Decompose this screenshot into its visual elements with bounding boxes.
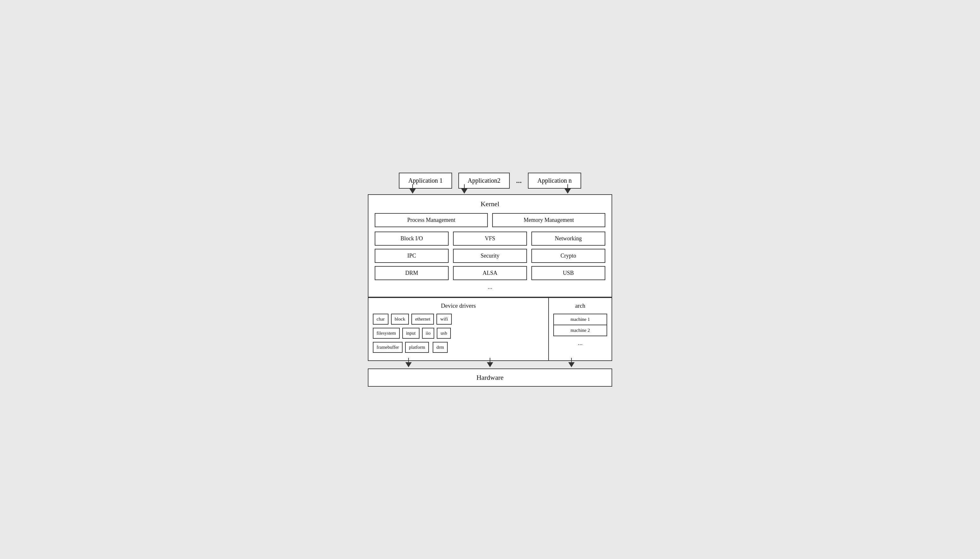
drm-box: DRM: [375, 266, 449, 280]
applications-row: Application 1 Application2 ... Applicati…: [399, 173, 581, 189]
kernel-row-3: IPC Security Crypto: [375, 249, 605, 263]
application-1-box: Application 1: [399, 173, 452, 189]
machine-2-label: machine 2: [570, 328, 590, 333]
hardware-box: Hardware: [368, 369, 612, 387]
drm-stack: drm: [431, 342, 448, 353]
crypto-label: Crypto: [560, 253, 576, 259]
block-io-box: Block I/O: [375, 232, 449, 246]
application-1-label: Application 1: [408, 177, 442, 184]
ethernet-box: ethernet: [412, 314, 434, 325]
arrow-center-down: [487, 362, 493, 367]
application-2-label: Application2: [468, 177, 500, 184]
kernel-dots: ...: [375, 283, 605, 291]
block-box: block: [391, 314, 409, 325]
dd-row-2: filesystem input iio usb: [373, 328, 544, 339]
arrow-right-down: [568, 362, 575, 367]
networking-label: Networking: [555, 235, 582, 241]
block-io-label: Block I/O: [400, 235, 423, 241]
security-label: Security: [481, 253, 499, 259]
input-box: input: [402, 328, 420, 339]
process-management-label: Process Management: [407, 217, 455, 223]
vfs-label: VFS: [485, 235, 495, 241]
kernel-row-1: Process Management Memory Management: [375, 213, 605, 227]
top-arrows: [368, 189, 612, 194]
apps-dots: ...: [516, 176, 522, 185]
machine-1-label: machine 1: [570, 317, 590, 322]
hardware-label: Hardware: [476, 374, 504, 381]
application-2-box: Application2: [458, 173, 510, 189]
security-box: Security: [453, 249, 527, 263]
usb-driver-box: usb: [437, 328, 451, 339]
arch-stack: machine 1 machine 2: [553, 314, 607, 336]
kernel-row-2: Block I/O VFS Networking: [375, 232, 605, 246]
process-management-box: Process Management: [375, 213, 488, 227]
drm-driver-box: drm: [433, 342, 448, 353]
vfs-box: VFS: [453, 232, 527, 246]
drm-label: DRM: [405, 270, 418, 276]
memory-management-label: Memory Management: [524, 217, 573, 223]
application-n-box: Application n: [528, 173, 581, 189]
bottom-arrows: [368, 362, 612, 367]
networking-box: Networking: [531, 232, 605, 246]
filesystem-box: filesystem: [373, 328, 400, 339]
os-architecture-diagram: Application 1 Application2 ... Applicati…: [368, 173, 612, 387]
usb-label: USB: [563, 270, 573, 276]
alsa-label: ALSA: [483, 270, 497, 276]
device-drivers-title: Device drivers: [373, 303, 544, 309]
arch-title: arch: [553, 303, 607, 309]
ipc-label: IPC: [407, 253, 416, 259]
arch-dots: ...: [553, 339, 607, 347]
arrow-appn-down: [565, 189, 571, 194]
bottom-section: Device drivers char block ethernet wifi …: [368, 298, 612, 361]
kernel-row-4: DRM ALSA USB: [375, 266, 605, 280]
iio-box: iio: [422, 328, 435, 339]
dd-row-1: char block ethernet wifi: [373, 314, 544, 325]
application-n-label: Application n: [537, 177, 572, 184]
arrow-left-down: [405, 362, 412, 367]
memory-management-box: Memory Management: [492, 213, 605, 227]
arrow-app1-down: [410, 189, 416, 194]
alsa-box: ALSA: [453, 266, 527, 280]
kernel-box: Kernel Process Management Memory Managem…: [368, 194, 612, 298]
kernel-title: Kernel: [375, 200, 605, 208]
arch-section: arch machine 1 machine 2 ...: [549, 298, 611, 361]
device-drivers-section: Device drivers char block ethernet wifi …: [369, 298, 549, 361]
wifi-box: wifi: [436, 314, 451, 325]
usb-box: USB: [531, 266, 605, 280]
arrow-app2-down: [461, 189, 468, 194]
crypto-box: Crypto: [531, 249, 605, 263]
dd-row-3: framebuffer platform drm: [373, 342, 544, 353]
ipc-box: IPC: [375, 249, 449, 263]
char-box: char: [373, 314, 388, 325]
machine-1-box: machine 1: [553, 314, 607, 325]
platform-box: platform: [405, 342, 429, 353]
machine-2-box: machine 2: [553, 325, 607, 336]
framebuffer-box: framebuffer: [373, 342, 403, 353]
usb-drm-stack: usb: [437, 328, 451, 339]
